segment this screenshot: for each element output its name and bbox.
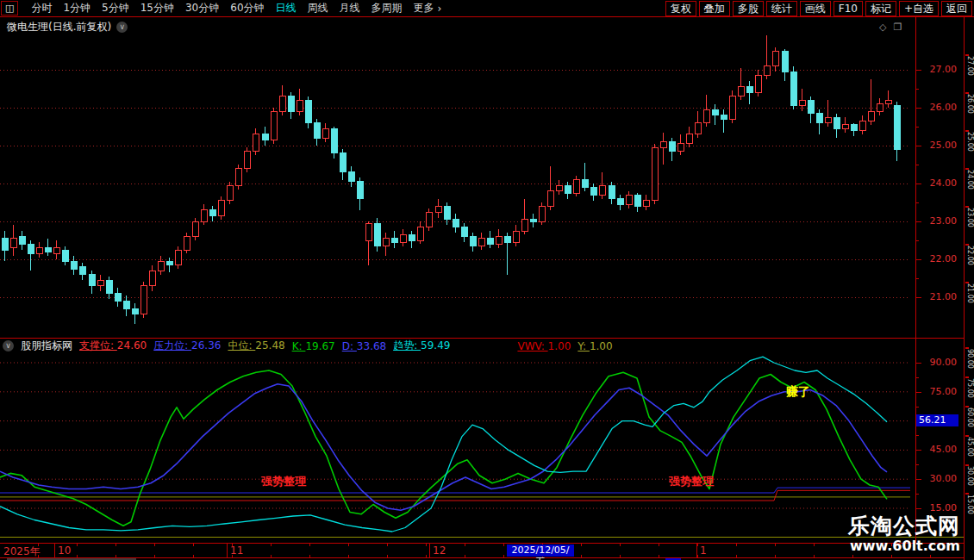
param-value: 33.68 bbox=[357, 340, 386, 352]
axis-tick bbox=[915, 278, 919, 279]
period-tab-30分钟[interactable]: 30分钟 bbox=[185, 1, 219, 16]
indicator-axis-label: 30.00 bbox=[919, 474, 957, 484]
period-tab-60分钟[interactable]: 60分钟 bbox=[230, 1, 264, 16]
period-tab-15分钟[interactable]: 15分钟 bbox=[140, 1, 174, 16]
axis-tick bbox=[915, 240, 919, 241]
month-divider bbox=[429, 544, 430, 557]
indicator-name[interactable]: 股朋指标网 bbox=[21, 339, 72, 353]
price-axis-label: 25.00 bbox=[919, 140, 957, 151]
pane-corner-icons: ◇ ❐ bbox=[879, 22, 902, 33]
price-axis-label: 24.00 bbox=[919, 178, 957, 189]
strip-rotated-label: 60.00 bbox=[966, 408, 974, 427]
price-axis-line bbox=[915, 17, 916, 557]
period-tab-1分钟[interactable]: 1分钟 bbox=[63, 1, 91, 16]
price-axis-label: 26.00 bbox=[919, 103, 957, 113]
toolbar-button-标记[interactable]: 标记 bbox=[865, 1, 896, 16]
week-tick-marks bbox=[0, 555, 964, 557]
toolbar-button-F10[interactable]: F10 bbox=[834, 1, 863, 16]
indicator-annotation: 强势整理 bbox=[261, 474, 306, 489]
param-label[interactable]: D: bbox=[342, 340, 357, 352]
price-axis-label: 27.00 bbox=[919, 65, 957, 75]
axis-tick bbox=[915, 435, 919, 436]
chevron-down-icon[interactable]: ∨ bbox=[3, 340, 14, 352]
highlighted-date-badge: 2025/12/05/五 bbox=[507, 544, 574, 557]
site-watermark: 乐淘公式网 www.60lt.com bbox=[848, 514, 960, 554]
more-label: 更多 bbox=[414, 1, 434, 16]
indicator-zero-line bbox=[0, 537, 964, 538]
current-value-badge: 56.21 bbox=[916, 414, 958, 426]
period-tab-list: 分时1分钟5分钟15分钟30分钟60分钟日线周线月线多周期 bbox=[31, 1, 402, 16]
param-label[interactable]: 中位: bbox=[228, 339, 255, 352]
indicator-chart[interactable] bbox=[0, 338, 915, 537]
period-tab-周线[interactable]: 周线 bbox=[308, 1, 328, 16]
indicator-annotation: 强势整理 bbox=[669, 474, 714, 489]
indicator-axis-label: 15.00 bbox=[919, 503, 957, 513]
indicator-param-压力位: 压力位: 26.36 bbox=[153, 339, 221, 353]
param-value: 19.67 bbox=[305, 340, 334, 352]
period-tab-月线[interactable]: 月线 bbox=[340, 1, 360, 16]
param-value: 1.00 bbox=[590, 340, 613, 352]
indicator-param-中位: 中位: 25.48 bbox=[228, 339, 284, 353]
period-tab-分时[interactable]: 分时 bbox=[31, 1, 52, 16]
indicator-annotation: 赚了 bbox=[786, 384, 810, 400]
month-divider bbox=[696, 544, 697, 557]
toolbar-button-多股[interactable]: 多股 bbox=[733, 1, 764, 16]
strip-rotated-label: 25.00 bbox=[966, 132, 974, 152]
param-label[interactable]: Y: bbox=[578, 340, 590, 352]
param-value: 26.36 bbox=[191, 339, 221, 352]
indicator-param-D: D: 33.68 bbox=[342, 340, 386, 352]
window-restore-icon[interactable]: ❐ bbox=[893, 22, 902, 33]
param-label[interactable]: K: bbox=[292, 340, 306, 352]
strip-rotated-label: 90.00 bbox=[966, 349, 974, 369]
toolbar-button-画线[interactable]: 画线 bbox=[800, 1, 831, 16]
more-menu[interactable]: 更多 › bbox=[414, 1, 442, 16]
toolbar-button-返回[interactable]: 返回 bbox=[941, 1, 972, 16]
strip-rotated-label: 27.00 bbox=[966, 56, 974, 76]
toolbar-buttons: 复权叠加多股统计画线F10标记+自选返回 bbox=[665, 1, 972, 16]
indicator-param-趋势: 趋势: 59.49 bbox=[393, 339, 450, 353]
strip-rotated-label: 24.00 bbox=[966, 170, 974, 190]
candlestick-chart[interactable] bbox=[0, 17, 915, 337]
strip-rotated-label: 23.00 bbox=[966, 208, 974, 227]
axis-tick bbox=[915, 464, 919, 465]
stock-title[interactable]: 微电生理(日线.前复权) ∨ bbox=[7, 20, 128, 34]
period-tab-5分钟[interactable]: 5分钟 bbox=[102, 1, 129, 16]
toolbar-button-叠加[interactable]: 叠加 bbox=[699, 1, 730, 16]
right-edge-vertical-tab-strip[interactable]: 27.0026.0025.0024.0023.0022.0021.0090.00… bbox=[964, 17, 974, 560]
period-tabs: ◫ 分时1分钟5分钟15分钟30分钟60分钟日线周线月线多周期 更多 › bbox=[0, 1, 441, 16]
indicator-axis-label: 45.00 bbox=[919, 445, 957, 455]
month-divider bbox=[227, 544, 228, 557]
diamond-icon[interactable]: ◇ bbox=[879, 22, 886, 33]
strip-rotated-label: 26.00 bbox=[966, 94, 974, 114]
top-toolbar: ◫ 分时1分钟5分钟15分钟30分钟60分钟日线周线月线多周期 更多 › 复权叠… bbox=[0, 0, 974, 17]
param-label[interactable]: 压力位: bbox=[153, 339, 191, 352]
toolbar-button-+自选[interactable]: +自选 bbox=[899, 1, 939, 16]
toolbar-button-复权[interactable]: 复权 bbox=[665, 1, 696, 16]
chevron-right-icon: › bbox=[438, 3, 442, 15]
indicator-axis-label: 75.00 bbox=[919, 387, 957, 397]
month-label-11: 11 bbox=[230, 544, 243, 557]
param-label[interactable]: 支撑位: bbox=[79, 339, 117, 352]
axis-tick bbox=[915, 165, 919, 165]
axis-tick bbox=[915, 377, 919, 378]
period-tab-日线[interactable]: 日线 bbox=[276, 1, 297, 16]
strip-rotated-label: 45.00 bbox=[966, 437, 974, 457]
chevron-down-icon[interactable]: ∨ bbox=[116, 22, 128, 33]
param-label[interactable]: 趋势: bbox=[393, 339, 421, 352]
strip-rotated-label: 21.00 bbox=[966, 283, 974, 303]
indicator-header: ∨ 股朋指标网 支撑位: 24.60压力位: 26.36中位: 25.48K: … bbox=[3, 339, 613, 352]
time-axis[interactable]: 2025年 2025/12/05/五 1011121 bbox=[0, 544, 974, 558]
param-label[interactable]: VWV: bbox=[517, 340, 547, 352]
month-label-1: 1 bbox=[700, 544, 707, 557]
toolbar-button-统计[interactable]: 统计 bbox=[766, 1, 797, 16]
month-label-12: 12 bbox=[433, 544, 446, 557]
indicator-axis-label: 90.00 bbox=[919, 358, 957, 368]
watermark-site-name: 乐淘公式网 bbox=[848, 514, 960, 538]
panel-layout-icon[interactable]: ◫ bbox=[1, 1, 18, 16]
indicator-param-Y: Y: 1.00 bbox=[578, 340, 612, 352]
month-label-10: 10 bbox=[58, 544, 71, 557]
strip-rotated-label: 75.00 bbox=[966, 378, 974, 398]
axis-tick bbox=[915, 407, 919, 408]
strip-rotated-label: 22.00 bbox=[966, 246, 974, 265]
period-tab-多周期[interactable]: 多周期 bbox=[371, 1, 403, 16]
